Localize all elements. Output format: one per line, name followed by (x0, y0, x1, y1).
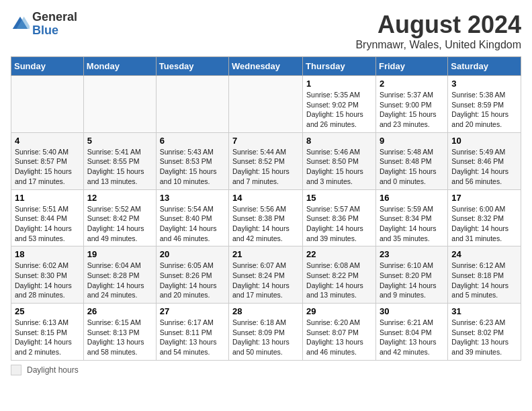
day-info: Sunrise: 5:35 AM Sunset: 9:02 PM Dayligh… (306, 90, 372, 130)
day-number: 13 (160, 193, 225, 203)
calendar-cell: 28Sunrise: 6:18 AM Sunset: 8:09 PM Dayli… (229, 304, 303, 361)
calendar-cell: 15Sunrise: 5:57 AM Sunset: 8:36 PM Dayli… (303, 189, 376, 246)
calendar-cell: 18Sunrise: 6:02 AM Sunset: 8:30 PM Dayli… (11, 246, 84, 304)
calendar-cell: 4Sunrise: 5:40 AM Sunset: 8:57 PM Daylig… (11, 132, 84, 189)
day-number: 24 (451, 249, 517, 259)
calendar-header-row: SundayMondayTuesdayWednesdayThursdayFrid… (11, 57, 521, 76)
day-info: Sunrise: 6:05 AM Sunset: 8:26 PM Dayligh… (160, 261, 225, 300)
calendar-cell: 29Sunrise: 6:20 AM Sunset: 8:07 PM Dayli… (303, 304, 376, 361)
day-info: Sunrise: 5:52 AM Sunset: 8:42 PM Dayligh… (87, 204, 152, 244)
calendar-cell: 8Sunrise: 5:46 AM Sunset: 8:50 PM Daylig… (303, 132, 376, 189)
legend-box (11, 365, 21, 375)
day-info: Sunrise: 5:49 AM Sunset: 8:46 PM Dayligh… (451, 147, 517, 187)
day-number: 23 (380, 249, 444, 259)
day-info: Sunrise: 5:57 AM Sunset: 8:36 PM Dayligh… (306, 204, 372, 244)
day-info: Sunrise: 5:37 AM Sunset: 9:00 PM Dayligh… (380, 90, 444, 130)
calendar-week-row: 1Sunrise: 5:35 AM Sunset: 9:02 PM Daylig… (11, 76, 521, 133)
day-info: Sunrise: 5:48 AM Sunset: 8:48 PM Dayligh… (380, 147, 444, 187)
logo-general-text: General (32, 11, 77, 24)
day-number: 5 (87, 136, 152, 146)
day-number: 26 (87, 306, 152, 316)
calendar-header-tuesday: Tuesday (156, 57, 228, 76)
calendar-table: SundayMondayTuesdayWednesdayThursdayFrid… (11, 56, 521, 361)
calendar-header-monday: Monday (83, 57, 156, 76)
calendar-cell (156, 76, 228, 133)
logo-icon (11, 15, 30, 34)
calendar-cell: 30Sunrise: 6:21 AM Sunset: 8:04 PM Dayli… (375, 304, 447, 361)
calendar-cell (83, 76, 156, 133)
day-info: Sunrise: 6:17 AM Sunset: 8:11 PM Dayligh… (160, 318, 225, 357)
calendar-cell: 16Sunrise: 5:59 AM Sunset: 8:34 PM Dayli… (375, 189, 447, 246)
calendar-cell: 31Sunrise: 6:23 AM Sunset: 8:02 PM Dayli… (448, 304, 521, 361)
calendar-cell: 22Sunrise: 6:08 AM Sunset: 8:22 PM Dayli… (303, 246, 376, 304)
calendar-cell: 26Sunrise: 6:15 AM Sunset: 8:13 PM Dayli… (83, 304, 156, 361)
day-number: 1 (306, 79, 372, 89)
day-info: Sunrise: 6:23 AM Sunset: 8:02 PM Dayligh… (451, 318, 517, 357)
day-number: 3 (451, 79, 517, 89)
day-number: 22 (306, 249, 372, 259)
day-info: Sunrise: 6:10 AM Sunset: 8:20 PM Dayligh… (380, 261, 444, 300)
day-number: 28 (232, 306, 299, 316)
day-number: 19 (87, 249, 152, 259)
calendar-header-wednesday: Wednesday (229, 57, 303, 76)
day-number: 6 (160, 136, 225, 146)
calendar-header-thursday: Thursday (303, 57, 376, 76)
calendar-cell: 9Sunrise: 5:48 AM Sunset: 8:48 PM Daylig… (375, 132, 447, 189)
logo: General Blue (11, 11, 77, 38)
calendar-cell: 7Sunrise: 5:44 AM Sunset: 8:52 PM Daylig… (229, 132, 303, 189)
day-number: 18 (15, 249, 80, 259)
day-info: Sunrise: 6:12 AM Sunset: 8:18 PM Dayligh… (451, 261, 517, 300)
day-info: Sunrise: 6:08 AM Sunset: 8:22 PM Dayligh… (306, 261, 372, 300)
day-info: Sunrise: 6:04 AM Sunset: 8:28 PM Dayligh… (87, 261, 152, 300)
calendar-cell: 10Sunrise: 5:49 AM Sunset: 8:46 PM Dayli… (448, 132, 521, 189)
legend-label: Daylight hours (27, 365, 79, 375)
day-info: Sunrise: 5:44 AM Sunset: 8:52 PM Dayligh… (232, 147, 299, 187)
day-info: Sunrise: 6:02 AM Sunset: 8:30 PM Dayligh… (15, 261, 80, 300)
day-info: Sunrise: 5:56 AM Sunset: 8:38 PM Dayligh… (232, 204, 299, 244)
calendar-cell: 3Sunrise: 5:38 AM Sunset: 8:59 PM Daylig… (448, 76, 521, 133)
calendar-week-row: 18Sunrise: 6:02 AM Sunset: 8:30 PM Dayli… (11, 246, 521, 304)
calendar-cell: 20Sunrise: 6:05 AM Sunset: 8:26 PM Dayli… (156, 246, 228, 304)
day-number: 8 (306, 136, 372, 146)
footer: Daylight hours (11, 365, 521, 375)
day-number: 4 (15, 136, 80, 146)
day-info: Sunrise: 6:13 AM Sunset: 8:15 PM Dayligh… (15, 318, 80, 357)
calendar-cell: 5Sunrise: 5:41 AM Sunset: 8:55 PM Daylig… (83, 132, 156, 189)
day-number: 2 (380, 79, 444, 89)
calendar-cell: 21Sunrise: 6:07 AM Sunset: 8:24 PM Dayli… (229, 246, 303, 304)
day-number: 11 (15, 193, 80, 203)
calendar-cell: 24Sunrise: 6:12 AM Sunset: 8:18 PM Dayli… (448, 246, 521, 304)
calendar-cell: 11Sunrise: 5:51 AM Sunset: 8:44 PM Dayli… (11, 189, 84, 246)
calendar-cell: 23Sunrise: 6:10 AM Sunset: 8:20 PM Dayli… (375, 246, 447, 304)
day-info: Sunrise: 5:46 AM Sunset: 8:50 PM Dayligh… (306, 147, 372, 187)
day-info: Sunrise: 5:38 AM Sunset: 8:59 PM Dayligh… (451, 90, 517, 130)
calendar-cell: 1Sunrise: 5:35 AM Sunset: 9:02 PM Daylig… (303, 76, 376, 133)
day-info: Sunrise: 6:00 AM Sunset: 8:32 PM Dayligh… (451, 204, 517, 244)
title-area: August 2024 Brynmawr, Wales, United King… (355, 11, 521, 51)
calendar-cell: 25Sunrise: 6:13 AM Sunset: 8:15 PM Dayli… (11, 304, 84, 361)
day-info: Sunrise: 6:21 AM Sunset: 8:04 PM Dayligh… (380, 318, 444, 357)
calendar-cell (11, 76, 84, 133)
day-number: 15 (306, 193, 372, 203)
header: General Blue August 2024 Brynmawr, Wales… (11, 11, 521, 51)
day-info: Sunrise: 6:15 AM Sunset: 8:13 PM Dayligh… (87, 318, 152, 357)
day-info: Sunrise: 5:59 AM Sunset: 8:34 PM Dayligh… (380, 204, 444, 244)
logo-blue-text: Blue (32, 24, 77, 38)
day-info: Sunrise: 5:54 AM Sunset: 8:40 PM Dayligh… (160, 204, 225, 244)
day-number: 21 (232, 249, 299, 259)
day-number: 12 (87, 193, 152, 203)
day-number: 27 (160, 306, 225, 316)
day-info: Sunrise: 5:41 AM Sunset: 8:55 PM Dayligh… (87, 147, 152, 187)
day-number: 20 (160, 249, 225, 259)
day-number: 16 (380, 193, 444, 203)
day-number: 17 (451, 193, 517, 203)
calendar-cell: 12Sunrise: 5:52 AM Sunset: 8:42 PM Dayli… (83, 189, 156, 246)
day-info: Sunrise: 6:18 AM Sunset: 8:09 PM Dayligh… (232, 318, 299, 357)
month-year-title: August 2024 (355, 11, 521, 39)
day-number: 29 (306, 306, 372, 316)
calendar-header-sunday: Sunday (11, 57, 84, 76)
calendar-cell: 6Sunrise: 5:43 AM Sunset: 8:53 PM Daylig… (156, 132, 228, 189)
day-number: 30 (380, 306, 444, 316)
calendar-cell: 13Sunrise: 5:54 AM Sunset: 8:40 PM Dayli… (156, 189, 228, 246)
location-text: Brynmawr, Wales, United Kingdom (355, 39, 521, 51)
